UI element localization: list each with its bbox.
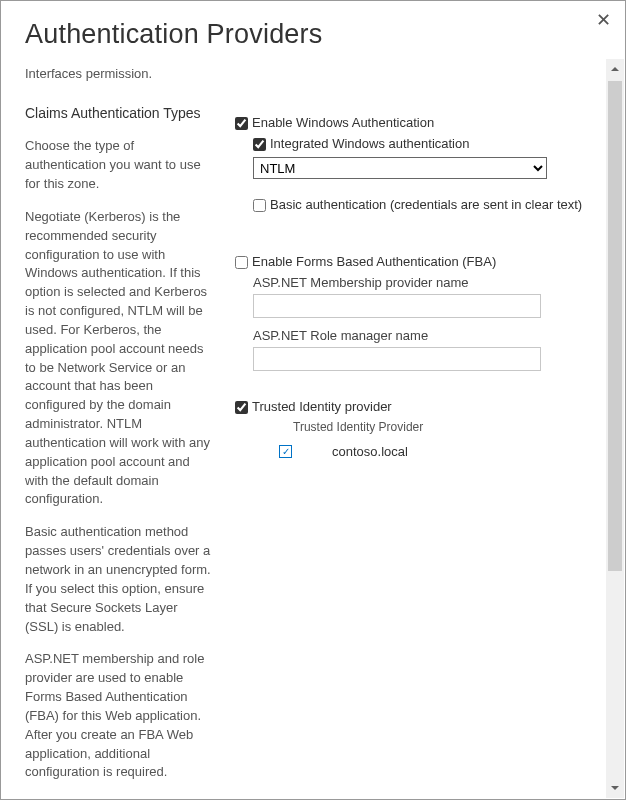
section-heading: Claims Authentication Types — [25, 103, 211, 123]
content-area: Claims Authentication Types Choose the t… — [1, 85, 625, 773]
enable-windows-row: Enable Windows Authentication — [235, 115, 621, 130]
enable-fba-row: Enable Forms Based Authentication (FBA) — [235, 254, 621, 269]
membership-input-container — [253, 294, 621, 318]
dialog-title: Authentication Providers — [25, 19, 601, 50]
description-paragraph: Choose the type of authentication you wa… — [25, 137, 211, 194]
windows-auth-type-select[interactable]: NTLM — [253, 157, 547, 179]
basic-auth-checkbox[interactable] — [253, 199, 266, 212]
close-button[interactable]: ✕ — [596, 11, 611, 29]
scrollbar-track[interactable] — [606, 59, 624, 798]
description-paragraph: Trusted Identity Provider Authentication… — [25, 796, 211, 800]
enable-windows-label: Enable Windows Authentication — [252, 115, 434, 130]
trusted-item-checkbox[interactable]: ✓ — [279, 445, 292, 458]
membership-provider-input[interactable] — [253, 294, 541, 318]
basic-auth-row: Basic authentication (credentials are se… — [253, 197, 621, 212]
trusted-item-row: ✓ contoso.local — [279, 444, 621, 459]
role-input-container — [253, 347, 621, 371]
trusted-item-label: contoso.local — [332, 444, 408, 459]
description-column: Claims Authentication Types Choose the t… — [25, 95, 229, 773]
trusted-provider-checkbox[interactable] — [235, 401, 248, 414]
enable-fba-label: Enable Forms Based Authentication (FBA) — [252, 254, 496, 269]
chevron-up-icon — [610, 64, 620, 74]
integrated-windows-checkbox[interactable] — [253, 138, 266, 151]
integrated-windows-label: Integrated Windows authentication — [270, 136, 469, 151]
integrated-windows-row: Integrated Windows authentication — [253, 136, 621, 151]
basic-auth-label: Basic authentication (credentials are se… — [270, 197, 582, 212]
scroll-down-button[interactable] — [606, 778, 624, 798]
chevron-down-icon — [610, 783, 620, 793]
trusted-sub-heading: Trusted Identity Provider — [293, 420, 621, 434]
description-paragraph: Basic authentication method passes users… — [25, 523, 211, 636]
form-column: Enable Windows Authentication Integrated… — [229, 95, 621, 773]
enable-windows-checkbox[interactable] — [235, 117, 248, 130]
trusted-provider-row: Trusted Identity provider — [235, 399, 621, 414]
description-paragraph: ASP.NET membership and role provider are… — [25, 650, 211, 782]
enable-fba-checkbox[interactable] — [235, 256, 248, 269]
scrollbar-thumb[interactable] — [608, 81, 622, 571]
close-icon: ✕ — [596, 10, 611, 30]
trusted-provider-label: Trusted Identity provider — [252, 399, 392, 414]
role-manager-input[interactable] — [253, 347, 541, 371]
role-manager-label: ASP.NET Role manager name — [253, 328, 621, 343]
dialog-header: Authentication Providers ✕ — [1, 1, 625, 58]
description-paragraph: Negotiate (Kerberos) is the recommended … — [25, 208, 211, 510]
ntlm-dropdown-container: NTLM — [253, 157, 621, 179]
membership-label: ASP.NET Membership provider name — [253, 275, 621, 290]
subtitle-text: Interfaces permission. — [1, 58, 625, 85]
scroll-up-button[interactable] — [606, 59, 624, 79]
